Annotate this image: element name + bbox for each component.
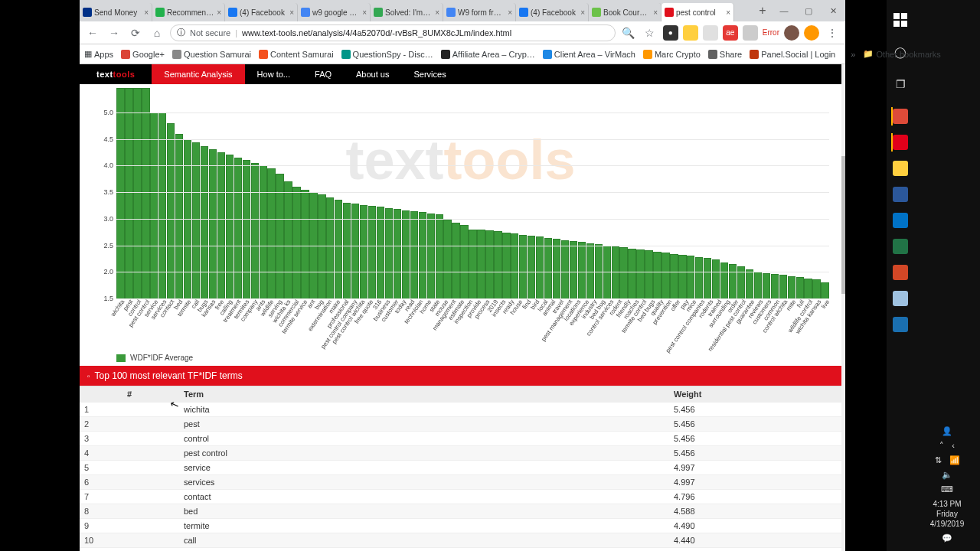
bar[interactable]: [443, 220, 451, 298]
table-section-header[interactable]: ▫ Top 100 most relevant TF*IDF terms: [80, 366, 841, 386]
scrollbar-thumb[interactable]: [841, 156, 845, 294]
new-tab-button[interactable]: +: [753, 0, 772, 21]
bar[interactable]: [720, 262, 728, 298]
bar[interactable]: [678, 255, 686, 298]
bookmark-1[interactable]: Question Samurai: [172, 50, 251, 59]
tray-up-icon[interactable]: ˄: [939, 441, 944, 451]
bar[interactable]: [427, 214, 435, 298]
menu-button[interactable]: ⋮: [824, 24, 841, 41]
taskbar-app-notepad[interactable]: [891, 289, 910, 308]
bar[interactable]: [301, 190, 309, 298]
bar[interactable]: [821, 282, 828, 298]
table-row[interactable]: 2pest5.456: [80, 417, 841, 432]
bookmark-0[interactable]: Google+: [121, 50, 165, 59]
table-row[interactable]: 5service4.997: [80, 461, 841, 475]
back-button[interactable]: ←: [84, 24, 101, 41]
bar[interactable]: [343, 203, 351, 298]
bar[interactable]: [243, 160, 250, 298]
tab-close-icon[interactable]: ×: [144, 8, 149, 17]
close-window-button[interactable]: ✕: [821, 0, 845, 21]
bar[interactable]: [209, 149, 217, 298]
table-row[interactable]: 3control5.456: [80, 432, 841, 446]
nav-faq[interactable]: FAQ: [302, 64, 344, 84]
profile-avatar[interactable]: [784, 25, 799, 41]
bar[interactable]: [125, 88, 132, 298]
bar[interactable]: [260, 165, 267, 298]
scrollbar[interactable]: [841, 64, 845, 551]
bar[interactable]: [712, 259, 720, 298]
bar[interactable]: [335, 200, 342, 298]
bar[interactable]: [436, 214, 443, 298]
table-row[interactable]: 8bed4.588: [80, 504, 841, 519]
bm-apps[interactable]: ▦Apps: [84, 49, 113, 59]
site-logo[interactable]: texttools: [80, 64, 152, 84]
bar[interactable]: [494, 231, 501, 298]
tray-volume-icon[interactable]: 🔈: [942, 470, 952, 480]
bar[interactable]: [419, 212, 426, 298]
ext-icon-3[interactable]: [703, 25, 718, 41]
tab-6[interactable]: (4) Facebook×: [516, 3, 589, 21]
table-row[interactable]: 10call4.440: [80, 533, 841, 548]
bar[interactable]: [704, 258, 711, 298]
tab-2[interactable]: (4) Facebook×: [225, 3, 298, 21]
bar[interactable]: [687, 256, 694, 298]
tab-close-icon[interactable]: ×: [580, 8, 585, 17]
bar[interactable]: [670, 254, 678, 298]
bar[interactable]: [502, 233, 510, 298]
other-bookmarks[interactable]: 📁Other bookmarks: [863, 49, 940, 59]
clock-time[interactable]: 4:13 PM: [914, 499, 980, 509]
bar[interactable]: [485, 230, 493, 298]
bookmark-3[interactable]: QuestionSpy - Disc…: [341, 50, 433, 59]
bookmark-2[interactable]: Content Samurai: [259, 50, 334, 59]
tray-wifi-icon[interactable]: 📶: [949, 455, 960, 465]
bar[interactable]: [645, 250, 652, 298]
bookmark-7[interactable]: Share: [708, 50, 742, 59]
ext-icon-2[interactable]: [683, 25, 698, 41]
start-button[interactable]: [891, 11, 910, 29]
minimize-button[interactable]: —: [772, 0, 796, 21]
tray-back-icon[interactable]: ‹: [952, 441, 955, 451]
tab-close-icon[interactable]: ×: [362, 8, 367, 17]
profile-avatar-2[interactable]: [804, 25, 819, 41]
bar[interactable]: [729, 264, 737, 298]
taskbar-app-excel[interactable]: [891, 237, 910, 256]
tray-people-icon[interactable]: 👤: [942, 426, 952, 436]
bar[interactable]: [284, 181, 292, 298]
bookmark-5[interactable]: Client Area – VirMach: [543, 50, 635, 59]
bar[interactable]: [292, 187, 300, 298]
bar[interactable]: [142, 88, 149, 298]
bar[interactable]: [812, 279, 820, 298]
bar[interactable]: [746, 269, 753, 298]
bar[interactable]: [796, 277, 804, 298]
tab-8[interactable]: pest control×: [662, 3, 734, 21]
home-button[interactable]: ⌂: [149, 24, 165, 41]
tab-close-icon[interactable]: ×: [289, 8, 294, 17]
bar[interactable]: [234, 158, 242, 298]
bar[interactable]: [469, 230, 476, 298]
table-row[interactable]: 1wichita5.456: [80, 403, 841, 417]
bar[interactable]: [754, 272, 762, 298]
taskview-icon[interactable]: ❐: [891, 75, 910, 93]
bar[interactable]: [201, 146, 208, 298]
bar[interactable]: [779, 275, 787, 298]
omnibox[interactable]: ⓘ Not secure | www.text-tools.net/analys…: [170, 24, 616, 41]
bar[interactable]: [410, 211, 418, 298]
tab-close-icon[interactable]: ×: [653, 8, 658, 17]
bar[interactable]: [452, 223, 459, 298]
bar[interactable]: [133, 88, 141, 298]
ext-icon-5[interactable]: [743, 25, 758, 41]
bar[interactable]: [460, 225, 468, 298]
taskbar-app-opera[interactable]: [891, 133, 910, 152]
ext-icon-4[interactable]: ae: [723, 25, 738, 41]
bar[interactable]: [116, 88, 124, 298]
tab-4[interactable]: Solved: I'm…×: [371, 3, 443, 21]
tray-lang-icon[interactable]: ⌨: [941, 484, 953, 494]
bar[interactable]: [158, 112, 166, 298]
taskbar-app-monitor[interactable]: [891, 315, 910, 334]
bar[interactable]: [653, 252, 661, 298]
bar[interactable]: [570, 241, 577, 298]
taskbar-app-outlook[interactable]: [891, 211, 910, 230]
notifications-icon[interactable]: 💬: [942, 533, 952, 543]
bar[interactable]: [150, 112, 158, 298]
bar[interactable]: [385, 208, 393, 298]
